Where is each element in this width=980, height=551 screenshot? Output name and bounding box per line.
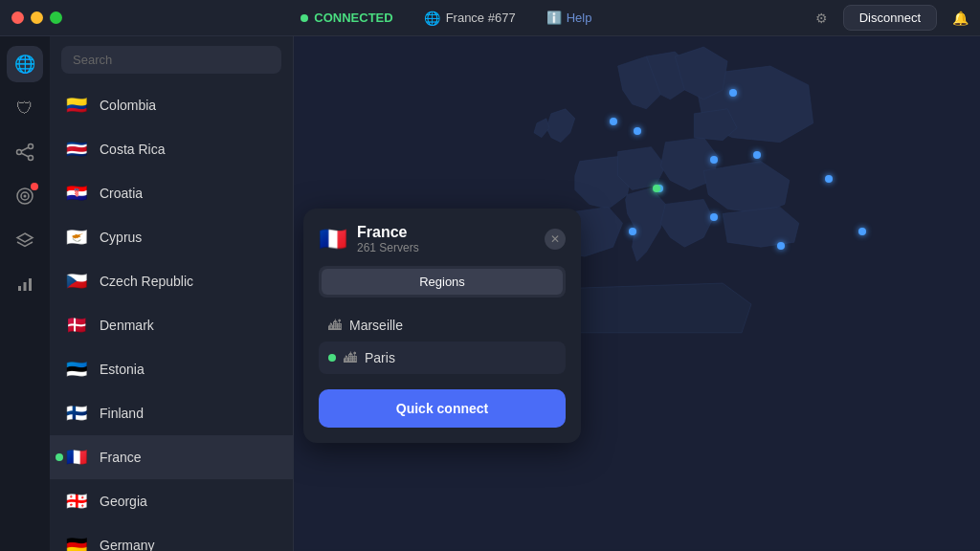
- flag-finland: 🇫🇮: [63, 400, 90, 427]
- svg-marker-8: [17, 233, 33, 242]
- flag-czech-republic: 🇨🇿: [63, 268, 90, 295]
- sidebar-item-target[interactable]: [7, 178, 43, 214]
- map-dot-greece: [777, 242, 785, 250]
- map-dot-poland: [753, 151, 761, 159]
- country-name-label: France: [100, 450, 142, 465]
- server-info: 🌐 France #677: [424, 11, 516, 26]
- minimize-button[interactable]: [31, 11, 43, 24]
- country-item-denmark[interactable]: 🇩🇰Denmark: [50, 303, 293, 347]
- svg-rect-9: [18, 286, 21, 291]
- map-dot-spain: [629, 228, 636, 235]
- flag-denmark: 🇩🇰: [63, 312, 90, 339]
- svg-point-2: [29, 156, 33, 161]
- country-name-label: Germany: [100, 538, 155, 551]
- popup-country-info: 🇫🇷 France 261 Servers: [319, 224, 419, 254]
- main-content: 🌐 🛡: [0, 36, 980, 551]
- country-item-estonia[interactable]: 🇪🇪Estonia: [50, 347, 293, 391]
- map-area: 🇫🇷 France 261 Servers ✕ Regions 🏙 Marsei…: [294, 36, 980, 551]
- popup-tabs: Regions: [319, 266, 566, 298]
- globe-icon: 🌐: [424, 11, 440, 26]
- country-item-czech-republic[interactable]: 🇨🇿Czech Republic: [50, 259, 293, 303]
- country-item-france[interactable]: 🇫🇷France: [50, 435, 293, 479]
- sidebar-item-stats[interactable]: [7, 266, 43, 302]
- map-dot-uk2: [634, 127, 641, 135]
- sidebar-item-map[interactable]: 🌐: [7, 46, 43, 82]
- sidebar-item-p2p[interactable]: [7, 134, 43, 170]
- country-item-germany[interactable]: 🇩🇪Germany: [50, 523, 293, 551]
- svg-line-3: [21, 147, 29, 151]
- flag-france: 🇫🇷: [63, 444, 90, 471]
- sidebar-item-shield[interactable]: 🛡: [7, 90, 43, 126]
- country-item-costa-rica[interactable]: 🇨🇷Costa Rica: [50, 127, 293, 171]
- maximize-button[interactable]: [50, 11, 62, 24]
- server-name: France #677: [446, 11, 516, 25]
- flag-croatia: 🇭🇷: [63, 180, 90, 207]
- popup-close-button[interactable]: ✕: [545, 229, 566, 250]
- country-item-finland[interactable]: 🇫🇮Finland: [50, 391, 293, 435]
- svg-point-1: [29, 144, 33, 149]
- country-name-label: Finland: [100, 406, 144, 421]
- svg-rect-11: [29, 278, 32, 291]
- country-name-label: Georgia: [100, 494, 147, 509]
- popup-country-name: France: [357, 224, 419, 241]
- search-box: [50, 36, 293, 83]
- map-dot-ukraine: [825, 175, 833, 183]
- help-circle-icon: ℹ️: [546, 11, 562, 25]
- region-marseille[interactable]: 🏙 Marseille: [319, 309, 566, 342]
- popup-country-details: France 261 Servers: [357, 224, 419, 254]
- tab-regions[interactable]: Regions: [322, 269, 563, 295]
- popup-regions-list: 🏙 Marseille 🏙 Paris: [319, 309, 566, 374]
- country-name-label: Croatia: [100, 186, 143, 201]
- country-list: 🇨🇴Colombia🇨🇷Costa Rica🇭🇷Croatia🇨🇾Cyprus🇨…: [50, 36, 294, 551]
- svg-point-0: [17, 150, 22, 155]
- country-item-colombia[interactable]: 🇨🇴Colombia: [50, 83, 293, 127]
- flag-cyprus: 🇨🇾: [63, 224, 90, 251]
- country-item-georgia[interactable]: 🇬🇪Georgia: [50, 479, 293, 523]
- svg-line-4: [21, 153, 29, 157]
- titlebar-right: ⚙ Disconnect 🔔: [815, 5, 969, 31]
- flag-estonia: 🇪🇪: [63, 356, 90, 383]
- svg-point-7: [24, 195, 27, 198]
- sidebar-icons: 🌐 🛡: [0, 36, 50, 551]
- titlebar-center: CONNECTED 🌐 France #677 ℹ️ Help: [78, 11, 815, 26]
- settings-icon[interactable]: ⚙: [815, 11, 828, 26]
- country-item-cyprus[interactable]: 🇨🇾Cyprus: [50, 215, 293, 259]
- bell-icon[interactable]: 🔔: [952, 11, 969, 26]
- region-paris-name: Paris: [365, 350, 395, 365]
- server-icon-marseille: 🏙: [328, 318, 342, 333]
- connection-status: CONNECTED: [301, 11, 392, 25]
- server-icon-paris: 🏙: [344, 350, 357, 365]
- flag-germany: 🇩🇪: [63, 532, 90, 551]
- connected-indicator-paris: [328, 354, 336, 362]
- help-label: Help: [567, 11, 592, 25]
- country-name-label: Colombia: [100, 98, 156, 113]
- connected-dot: [301, 14, 308, 22]
- country-name-label: Cyprus: [100, 230, 142, 245]
- map-dot-paris: [653, 185, 660, 192]
- region-marseille-name: Marseille: [349, 318, 403, 333]
- country-item-croatia[interactable]: 🇭🇷Croatia: [50, 171, 293, 215]
- country-name-label: Estonia: [100, 362, 145, 377]
- notification-badge: [31, 183, 38, 190]
- country-name-label: Czech Republic: [100, 274, 193, 289]
- country-list-items: 🇨🇴Colombia🇨🇷Costa Rica🇭🇷Croatia🇨🇾Cyprus🇨…: [50, 83, 293, 551]
- map-dot-scandinavia: [729, 89, 737, 97]
- help-button[interactable]: ℹ️ Help: [546, 11, 592, 25]
- country-name-label: Denmark: [100, 318, 154, 333]
- titlebar: CONNECTED 🌐 France #677 ℹ️ Help ⚙ Discon…: [0, 0, 980, 36]
- popup-flag: 🇫🇷: [319, 226, 347, 253]
- traffic-lights: [11, 11, 62, 24]
- quick-connect-button[interactable]: Quick connect: [319, 389, 566, 428]
- disconnect-button[interactable]: Disconnect: [843, 5, 937, 31]
- region-paris[interactable]: 🏙 Paris: [319, 342, 566, 374]
- map-dot-germany: [710, 156, 718, 164]
- country-name-label: Costa Rica: [100, 142, 165, 157]
- close-button[interactable]: [11, 11, 24, 24]
- country-popup: 🇫🇷 France 261 Servers ✕ Regions 🏙 Marsei…: [303, 209, 581, 443]
- flag-colombia: 🇨🇴: [63, 92, 90, 119]
- search-input[interactable]: [61, 46, 281, 74]
- sidebar-item-layers[interactable]: [7, 222, 43, 258]
- flag-costa-rica: 🇨🇷: [63, 136, 90, 163]
- popup-servers: 261 Servers: [357, 241, 419, 254]
- connected-label: CONNECTED: [314, 11, 392, 25]
